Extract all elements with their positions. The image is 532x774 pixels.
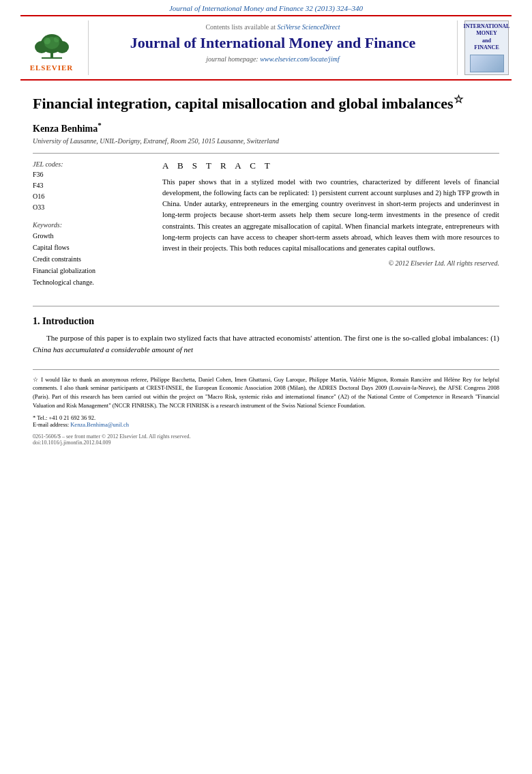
svg-rect-1 <box>42 57 62 59</box>
journal-cover-box: INTERNATIONALMONEYandFINANCE <box>457 20 512 75</box>
keyword-4: Financial globalization <box>33 265 149 276</box>
journal-name: Journal of International Money and Finan… <box>100 33 446 53</box>
elsevier-brand: ELSEVIER <box>30 63 74 72</box>
introduction-text: The purpose of this paper is to explain … <box>33 332 499 356</box>
svg-point-7 <box>54 37 59 42</box>
journal-title-box: Contents lists available at SciVerse Sci… <box>89 20 457 75</box>
jel-code-2: F43 <box>33 180 149 191</box>
journal-cover-image: INTERNATIONALMONEYandFINANCE <box>464 20 509 75</box>
keyword-2: Capital flows <box>33 242 149 253</box>
abstract-header: A B S T R A C T <box>162 160 499 171</box>
issn-line: 0261-5606/$ – see front matter © 2012 El… <box>33 433 499 446</box>
meta-abstract-section: JEL codes: F36 F43 O16 O33 Keywords: Gro… <box>33 160 499 296</box>
jel-code-4: O33 <box>33 202 149 213</box>
abstract-text: This paper shows that in a stylized mode… <box>162 177 499 255</box>
abstract-section: A B S T R A C T This paper shows that in… <box>162 160 499 296</box>
copyright-line: © 2012 Elsevier Ltd. All rights reserved… <box>162 259 499 267</box>
author-name: Kenza Benhima* <box>33 121 499 134</box>
elsevier-logo-box: ELSEVIER <box>20 20 89 75</box>
journal-header: ELSEVIER Contents lists available at Sci… <box>20 15 512 81</box>
jel-code-3: O16 <box>33 191 149 202</box>
footnote-star-note: ☆ I would like to thank an anonymous ref… <box>33 375 499 410</box>
jel-code-1: F36 <box>33 169 149 180</box>
homepage-url[interactable]: www.elsevier.com/locate/jimf <box>260 55 339 63</box>
footnote-area: ☆ I would like to thank an anonymous ref… <box>33 369 499 446</box>
svg-point-6 <box>44 38 50 44</box>
introduction-header: 1. Introduction <box>33 316 499 327</box>
main-content: Financial integration, capital misalloca… <box>0 81 532 459</box>
keyword-1: Growth <box>33 230 149 242</box>
sciverse-link[interactable]: SciVerse ScienceDirect <box>277 23 340 31</box>
email-link[interactable]: Kenza.Benhima@unil.ch <box>70 421 129 428</box>
jel-section: JEL codes: F36 F43 O16 O33 <box>33 160 149 213</box>
journal-homepage: journal homepage: www.elsevier.com/locat… <box>100 55 446 63</box>
section-divider-1 <box>33 306 499 306</box>
keyword-3: Credit constraints <box>33 253 149 265</box>
left-metadata-col: JEL codes: F36 F43 O16 O33 Keywords: Gro… <box>33 160 149 296</box>
keywords-list: Growth Capital flows Credit constraints … <box>33 230 149 288</box>
journal-citation: Journal of International Money and Finan… <box>0 0 532 15</box>
keyword-5: Technological change. <box>33 276 149 288</box>
elsevier-tree-icon <box>28 25 76 62</box>
keywords-section: Keywords: Growth Capital flows Credit co… <box>33 221 149 288</box>
jel-label: JEL codes: <box>33 160 149 168</box>
article-title: Financial integration, capital misalloca… <box>33 93 499 114</box>
header-divider <box>33 153 499 154</box>
keywords-label: Keywords: <box>33 221 149 229</box>
jel-codes: F36 F43 O16 O33 <box>33 169 149 213</box>
footnote-tel: * Tel.: +41 0 21 692 36 92. E-mail addre… <box>33 414 499 428</box>
footnote-email: E-mail address: Kenza.Benhima@unil.ch <box>33 421 499 428</box>
affiliation: University of Lausanne, UNIL-Dorigny, Ex… <box>33 137 499 145</box>
sciverse-line: Contents lists available at SciVerse Sci… <box>100 23 446 31</box>
